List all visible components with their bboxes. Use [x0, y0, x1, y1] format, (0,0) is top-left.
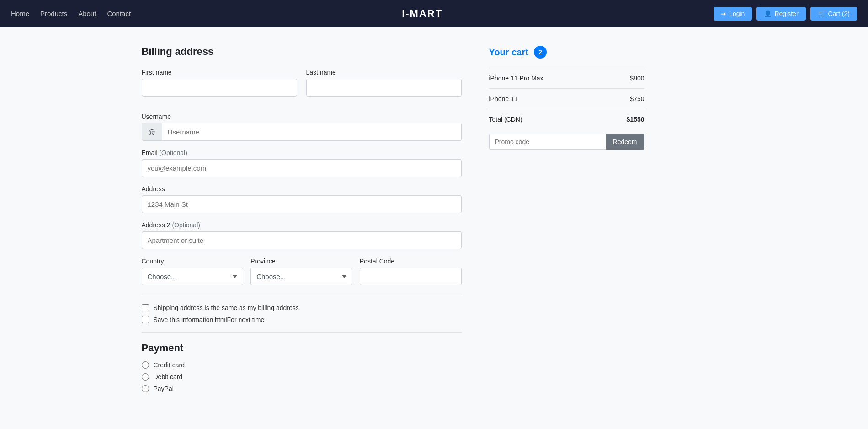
navbar: Home Products About Contact i-MART ➜ Log…: [0, 0, 868, 27]
postal-label: Postal Code: [360, 257, 462, 265]
username-label: Username: [142, 113, 462, 120]
nav-home[interactable]: Home: [11, 10, 29, 18]
last-name-group: Last name: [306, 69, 462, 97]
last-name-label: Last name: [306, 69, 462, 76]
country-select[interactable]: Choose...: [142, 268, 244, 285]
debit-card-radio[interactable]: [142, 373, 149, 381]
save-info-label: Save this information htmlFor next time: [154, 316, 265, 323]
cart-items: iPhone 11 Pro Max $800 iPhone 11 $750 To…: [489, 68, 644, 129]
cart-item-1-name: iPhone 11 Pro Max: [489, 75, 543, 82]
province-select[interactable]: Choose...: [250, 268, 352, 285]
debit-card-option[interactable]: Debit card: [142, 373, 462, 381]
register-button[interactable]: 👤 Register: [756, 7, 805, 21]
cart-badge: 2: [534, 46, 547, 59]
save-info-checkbox-label[interactable]: Save this information htmlFor next time: [142, 316, 462, 323]
postal-input[interactable]: [360, 268, 462, 285]
cart-total-label: Total (CDN): [489, 116, 522, 123]
paypal-label: PayPal: [154, 385, 174, 392]
username-input[interactable]: [162, 123, 461, 140]
cart-title: Your cart: [489, 47, 528, 58]
cart-total-amount: $1550: [627, 116, 644, 123]
address-input[interactable]: [142, 195, 462, 213]
country-group: Country Choose...: [142, 257, 244, 285]
address2-label: Address 2 (Optional): [142, 221, 462, 229]
cart-item-1-price: $800: [630, 75, 644, 82]
nav-contact[interactable]: Contact: [107, 10, 131, 18]
last-name-input[interactable]: [306, 79, 462, 97]
promo-input[interactable]: [489, 134, 606, 150]
address-group: Address: [142, 185, 462, 213]
promo-row: Redeem: [489, 134, 644, 150]
checkbox-group: Shipping address is the same as my billi…: [142, 304, 462, 323]
cart-section: Your cart 2 iPhone 11 Pro Max $800 iPhon…: [489, 46, 644, 392]
payment-options: Credit card Debit card PayPal: [142, 361, 462, 392]
address2-group: Address 2 (Optional): [142, 221, 462, 249]
address-label: Address: [142, 185, 462, 193]
debit-card-label: Debit card: [154, 373, 183, 381]
cart-item-2-price: $750: [630, 95, 644, 102]
first-name-input[interactable]: [142, 79, 297, 97]
redeem-button[interactable]: Redeem: [606, 134, 644, 150]
main-container: Billing address First name Last name Use…: [114, 27, 754, 411]
payment-divider: [142, 332, 462, 333]
save-info-checkbox[interactable]: [142, 316, 149, 323]
billing-section: Billing address First name Last name Use…: [142, 46, 462, 392]
divider: [142, 295, 462, 295]
payment-title: Payment: [142, 342, 462, 354]
login-button[interactable]: ➜ Login: [714, 7, 752, 21]
nav-buttons: ➜ Login 👤 Register 🛒 Cart (2): [714, 7, 857, 21]
credit-card-radio[interactable]: [142, 361, 149, 369]
paypal-option[interactable]: PayPal: [142, 385, 462, 392]
nav-products[interactable]: Products: [40, 10, 67, 18]
email-label: Email (Optional): [142, 149, 462, 156]
shipping-same-checkbox[interactable]: [142, 304, 149, 311]
register-icon: 👤: [764, 10, 772, 17]
location-row: Country Choose... Province Choose... Pos…: [142, 257, 462, 285]
address2-input[interactable]: [142, 231, 462, 249]
paypal-radio[interactable]: [142, 385, 149, 392]
credit-card-label: Credit card: [154, 361, 185, 369]
province-label: Province: [250, 257, 352, 265]
nav-about[interactable]: About: [78, 10, 96, 18]
cart-item-2-name: iPhone 11: [489, 95, 518, 102]
cart-item-1: iPhone 11 Pro Max $800: [489, 68, 644, 89]
shipping-same-checkbox-label[interactable]: Shipping address is the same as my billi…: [142, 304, 462, 311]
email-input[interactable]: [142, 159, 462, 177]
name-row: First name Last name: [142, 69, 462, 105]
credit-card-option[interactable]: Credit card: [142, 361, 462, 369]
first-name-group: First name: [142, 69, 297, 97]
email-group: Email (Optional): [142, 149, 462, 177]
cart-item-2: iPhone 11 $750: [489, 89, 644, 109]
first-name-label: First name: [142, 69, 297, 76]
username-addon: @: [142, 123, 162, 140]
shipping-same-label: Shipping address is the same as my billi…: [154, 304, 299, 311]
province-group: Province Choose...: [250, 257, 352, 285]
cart-total: Total (CDN) $1550: [489, 109, 644, 129]
billing-title: Billing address: [142, 46, 462, 58]
postal-group: Postal Code: [360, 257, 462, 285]
cart-icon: 🛒: [818, 10, 825, 17]
username-group: Username @: [142, 113, 462, 141]
nav-links: Home Products About Contact: [11, 10, 131, 18]
cart-button[interactable]: 🛒 Cart (2): [810, 7, 857, 21]
login-icon: ➜: [721, 10, 726, 17]
username-input-group: @: [142, 123, 462, 141]
cart-header: Your cart 2: [489, 46, 644, 59]
brand-logo: i-MART: [131, 8, 714, 20]
country-label: Country: [142, 257, 244, 265]
